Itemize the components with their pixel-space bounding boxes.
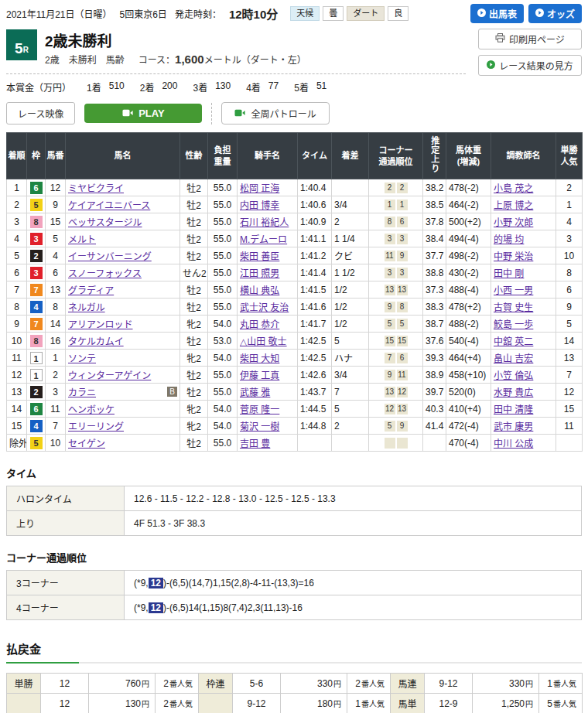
horse-link[interactable]: スノーフォックス [68,268,142,279]
patrol-video-button[interactable]: 全周パトロール [221,102,329,125]
result-row: 9714アリアンロッド牝254.0丸田 恭介1:41.71/25538.7488… [7,316,583,333]
estimated-agari-cell: 41.4 [423,418,446,435]
body-weight-cell: 464(-2) [446,196,491,213]
surface-label: ダート [347,6,385,21]
divider [211,103,212,125]
horse-number-cell: 11 [46,401,66,418]
bet-num: 9-12 [233,694,281,713]
horse-link[interactable]: アリアンロッド [68,319,133,330]
body-weight-cell: 488(-2) [446,316,491,333]
trainer-link[interactable]: 田中 清隆 [494,404,533,415]
horse-link[interactable]: ソンテ [68,353,96,364]
finish-cell: 6 [7,264,27,281]
finish-cell: 5 [7,247,27,264]
finish-cell: 1 [7,179,27,196]
body-weight-cell: 470(-4) [446,435,491,452]
horse-number-cell: 12 [46,179,66,196]
horse-link[interactable]: カラニ [68,387,96,398]
trainer-link[interactable]: 畠山 吉宏 [494,353,533,364]
horse-link[interactable]: ウィンターアゲイン [68,370,151,381]
trainer-cell: 小西 一男 [491,281,556,299]
trainer-link[interactable]: 小野 次郎 [494,217,533,228]
bet-type-wide: ワイド [199,694,233,713]
trainer-link[interactable]: 小西 一男 [494,285,533,296]
jockey-link[interactable]: △山田 敬士 [240,336,287,347]
results-guide-button[interactable]: レース結果の見方 [478,55,582,76]
horse-link[interactable]: メルト [68,234,96,245]
bet-type-place: 複勝 [7,694,41,713]
corner-pass-box: 11 [385,251,395,261]
horse-link[interactable]: ケイアイユニバース [68,200,150,211]
jockey-link[interactable]: 武士沢 友治 [240,302,289,313]
col-weight: 負担重量 [208,133,238,179]
jockey-link[interactable]: 柴田 善臣 [240,251,279,262]
jockey-link[interactable]: 菅原 隆一 [240,404,279,415]
trainer-link[interactable]: 鮫島 一歩 [494,319,533,330]
jockey-link[interactable]: 内田 博幸 [240,200,279,211]
trainer-link[interactable]: 中川 公成 [494,438,533,449]
race-video-button[interactable]: レース映像 [6,102,75,125]
col-trainer: 調教師名 [491,133,556,179]
corner-pass-cell: 22 [369,179,423,196]
corner-pass-box: 9 [385,302,395,312]
trainer-link[interactable]: 水野 貴広 [494,387,533,398]
horse-link[interactable]: ミヤビクライ [68,183,124,194]
entries-button[interactable]: 出馬表 [470,4,524,23]
jockey-link[interactable]: 武藤 雅 [240,387,270,398]
jockey-link[interactable]: 柴田 大知 [240,353,279,364]
prize-amount: 130 [215,80,231,94]
horse-link[interactable]: ベッサスタージル [68,217,142,228]
finish-cell: 11 [7,350,27,367]
horse-number-cell: 3 [46,384,66,401]
horse-link[interactable]: エリーリング [68,421,124,432]
horse-link[interactable]: ヘンボッケ [68,404,115,415]
estimated-agari-cell: 39.3 [423,350,446,367]
jockey-link[interactable]: 松岡 正海 [240,183,279,194]
horse-link[interactable]: タケルカムイ [68,336,124,347]
trainer-link[interactable]: 武市 康男 [494,421,533,432]
sex-age-cell: 牡2 [180,367,208,384]
jockey-link[interactable]: 江田 照男 [240,268,279,279]
jockey-link[interactable]: 横山 典弘 [240,285,279,296]
trainer-link[interactable]: 小笠 倫弘 [494,370,533,381]
margin-cell: ハナ [332,350,369,367]
waku-badge: 2 [30,250,43,262]
trainer-link[interactable]: 中野 栄治 [494,251,533,262]
waku-cell: 5 [27,435,46,452]
play-button[interactable]: PLAY [84,104,202,123]
jockey-link[interactable]: 伊藤 工真 [240,370,279,381]
waku-cell: 6 [27,179,46,196]
horse-link[interactable]: ネルガル [68,302,105,313]
trainer-link[interactable]: 小島 茂之 [494,183,533,194]
jockey-link[interactable]: 丸田 恭介 [240,319,279,330]
odds-button[interactable]: オッズ [528,4,582,23]
trainer-link[interactable]: 田中 剛 [494,268,524,279]
horse-link[interactable]: イーサンバーニング [68,251,152,262]
trainer-link[interactable]: 的場 均 [494,234,524,245]
video-camera-green-icon [234,108,245,119]
trainer-link[interactable]: 古賀 史生 [494,302,533,313]
prize-label: 本賞金（万円） [6,80,71,94]
results-header-row: 着順 枠 馬番 馬名 性齢 負担重量 騎手名 タイム 着差 コーナー通過順位 推… [7,133,583,179]
trainer-link[interactable]: 上原 博之 [494,200,533,211]
result-row: 10816タケルカムイ牡253.0△山田 敬士1:42.55151537.654… [7,333,583,350]
waku-cell: 1 [27,350,46,367]
corner4-label: 4コーナー [7,595,125,620]
carried-weight-cell: 55.0 [208,367,238,384]
horse-link[interactable]: グラディア [68,285,114,296]
jockey-link[interactable]: M.デムーロ [240,234,287,245]
body-weight-cell: 540(-4) [446,333,491,350]
horse-link[interactable]: セイゲン [68,438,105,449]
corner-pass-box: 12 [385,404,395,414]
corner-pass-box: 13 [397,404,408,414]
jockey-link[interactable]: 吉田 豊 [240,438,270,449]
body-weight-cell: 410(+4) [446,401,491,418]
race-video-label: レース映像 [18,109,63,120]
waku-cell: 7 [27,316,46,333]
print-page-button[interactable]: 印刷用ページ [478,29,582,49]
trainer-link[interactable]: 中舘 英二 [494,336,533,347]
prize-place: 3着 [193,80,207,94]
jockey-link[interactable]: 菊沢 一樹 [240,421,279,432]
jockey-link[interactable]: 石川 裕紀人 [240,217,289,228]
agari-label: 上り [7,511,125,536]
